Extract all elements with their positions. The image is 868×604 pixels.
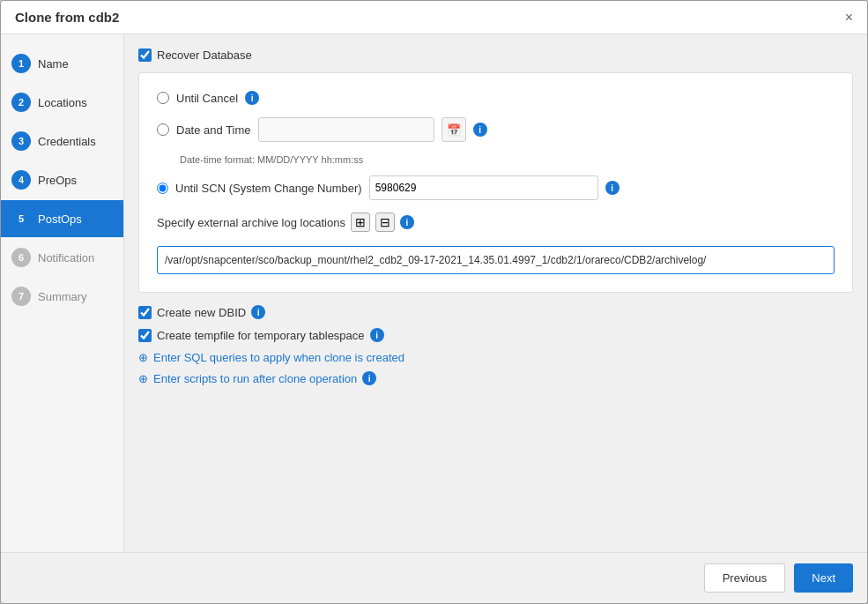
step-circle-6: 6 bbox=[11, 248, 31, 267]
sql-queries-link-row: ⊕ Enter SQL queries to apply when clone … bbox=[138, 351, 853, 364]
dialog-header: Clone from cdb2 × bbox=[1, 1, 867, 34]
clone-dialog: Clone from cdb2 × 1 Name 2 Locations 3 C… bbox=[0, 0, 868, 604]
main-content: Recover Database Until Cancel i Date and… bbox=[124, 34, 867, 552]
recover-db-checkbox[interactable] bbox=[138, 48, 152, 62]
sidebar-item-preops[interactable]: 4 PreOps bbox=[1, 161, 123, 198]
step-circle-3: 3 bbox=[11, 131, 31, 151]
sidebar-item-label-credentials: Credentials bbox=[38, 135, 96, 148]
step-circle-2: 2 bbox=[11, 93, 31, 112]
date-time-info-icon[interactable]: i bbox=[473, 123, 487, 137]
recovery-options-card: Until Cancel i Date and Time 📅 i Date-ti… bbox=[138, 72, 853, 293]
sidebar-item-name[interactable]: 1 Name bbox=[1, 45, 123, 82]
step-circle-4: 4 bbox=[11, 170, 31, 190]
sidebar-item-label-summary: Summary bbox=[38, 290, 87, 303]
create-tempfile-label: Create tempfile for temporary tablespace bbox=[157, 329, 365, 342]
calendar-button[interactable]: 📅 bbox=[441, 117, 466, 142]
recover-db-row: Recover Database bbox=[138, 48, 853, 62]
sidebar-item-label-name: Name bbox=[38, 57, 69, 71]
dialog-body: 1 Name 2 Locations 3 Credentials 4 PreOp… bbox=[1, 34, 867, 552]
step-circle-7: 7 bbox=[11, 287, 31, 306]
create-dbid-row: Create new DBID i bbox=[138, 305, 853, 319]
sidebar-item-label-postops: PostOps bbox=[38, 213, 82, 226]
scripts-expand-icon: ⊕ bbox=[138, 372, 148, 385]
date-time-radio[interactable] bbox=[157, 123, 169, 136]
sidebar: 1 Name 2 Locations 3 Credentials 4 PreOp… bbox=[1, 34, 124, 552]
create-dbid-info-icon[interactable]: i bbox=[251, 305, 265, 319]
sql-queries-link[interactable]: Enter SQL queries to apply when clone is… bbox=[153, 351, 404, 364]
scn-row: Until SCN (System Change Number) i bbox=[157, 175, 835, 200]
next-button[interactable]: Next bbox=[794, 563, 853, 593]
step-circle-1: 1 bbox=[11, 54, 31, 73]
until-cancel-row: Until Cancel i bbox=[157, 91, 835, 105]
create-tempfile-row: Create tempfile for temporary tablespace… bbox=[138, 328, 853, 342]
create-dbid-checkbox[interactable] bbox=[138, 306, 152, 319]
remove-archive-location-button[interactable]: ⊟ bbox=[375, 213, 395, 232]
scripts-link-row: ⊕ Enter scripts to run after clone opera… bbox=[138, 371, 853, 385]
date-time-input[interactable] bbox=[258, 117, 434, 142]
sidebar-item-notification[interactable]: 6 Notification bbox=[1, 239, 123, 276]
archive-path-input[interactable] bbox=[157, 246, 835, 274]
scripts-info-icon[interactable]: i bbox=[362, 371, 376, 385]
sidebar-item-label-notification: Notification bbox=[38, 251, 94, 265]
previous-button[interactable]: Previous bbox=[704, 563, 786, 593]
step-circle-5: 5 bbox=[11, 209, 31, 228]
scn-info-icon[interactable]: i bbox=[605, 181, 619, 195]
archive-log-label: Specify external archive log locations bbox=[157, 216, 345, 229]
dialog-title: Clone from cdb2 bbox=[15, 10, 119, 25]
sidebar-item-locations[interactable]: 2 Locations bbox=[1, 84, 123, 121]
sidebar-item-postops[interactable]: 5 PostOps bbox=[1, 200, 123, 237]
until-cancel-label: Until Cancel bbox=[176, 92, 238, 105]
scn-input[interactable] bbox=[369, 175, 598, 200]
until-cancel-info-icon[interactable]: i bbox=[245, 91, 259, 105]
add-archive-location-button[interactable]: ⊞ bbox=[351, 213, 370, 232]
sidebar-item-label-locations: Locations bbox=[38, 96, 87, 109]
create-tempfile-info-icon[interactable]: i bbox=[370, 328, 384, 342]
date-time-radio-row: Date and Time 📅 i bbox=[157, 117, 835, 142]
add-icon: ⊞ bbox=[355, 215, 366, 229]
close-button[interactable]: × bbox=[845, 11, 853, 25]
create-tempfile-checkbox[interactable] bbox=[138, 329, 152, 342]
create-dbid-label: Create new DBID bbox=[157, 306, 246, 319]
calendar-icon: 📅 bbox=[447, 123, 461, 137]
until-cancel-radio[interactable] bbox=[157, 92, 169, 104]
scn-radio[interactable] bbox=[157, 183, 168, 194]
date-format-hint: Date-time format: MM/DD/YYYY hh:mm:ss bbox=[180, 154, 835, 165]
sql-expand-icon: ⊕ bbox=[138, 351, 148, 364]
dialog-footer: Previous Next bbox=[1, 552, 867, 603]
sidebar-item-credentials[interactable]: 3 Credentials bbox=[1, 123, 123, 160]
recover-db-label: Recover Database bbox=[157, 48, 252, 62]
remove-icon: ⊟ bbox=[380, 215, 390, 229]
scn-label: Until SCN (System Change Number) bbox=[175, 182, 362, 195]
sidebar-item-label-preops: PreOps bbox=[38, 174, 77, 187]
archive-log-row: Specify external archive log locations ⊞… bbox=[157, 213, 835, 232]
date-time-label: Date and Time bbox=[176, 123, 251, 137]
archive-log-info-icon[interactable]: i bbox=[400, 215, 414, 229]
scripts-link[interactable]: Enter scripts to run after clone operati… bbox=[153, 372, 357, 385]
sidebar-item-summary[interactable]: 7 Summary bbox=[1, 278, 123, 315]
